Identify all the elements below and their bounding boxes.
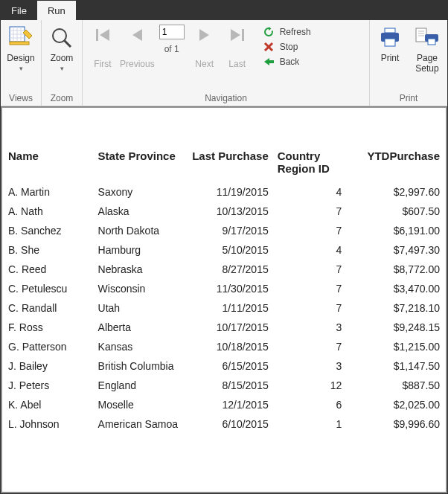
- table-row: F. RossAlberta10/17/20153$9,248.15: [4, 318, 444, 337]
- cell-last: 11/30/2015: [183, 279, 273, 298]
- stop-label: Stop: [280, 42, 298, 52]
- cell-state: British Columbia: [94, 356, 184, 376]
- svg-rect-20: [385, 28, 395, 33]
- cell-state: Moselle: [94, 395, 184, 414]
- table-row: G. PattersonKansas10/18/20157$1,215.00: [4, 337, 444, 356]
- cell-name: C. Reed: [4, 260, 94, 279]
- last-button[interactable]: Last: [222, 25, 253, 69]
- tab-strip: File Run: [1, 1, 447, 20]
- cell-state: Nebraska: [94, 260, 184, 279]
- cell-ytd: $9,996.60: [346, 414, 444, 434]
- svg-rect-23: [416, 28, 426, 42]
- cell-state: Alberta: [94, 318, 184, 337]
- col-header-region: Country Region ID: [273, 147, 347, 182]
- report-viewer: Name State Province Last Purchase Countr…: [1, 107, 447, 493]
- cell-last: 6/10/2015: [183, 414, 273, 434]
- tab-run[interactable]: Run: [37, 1, 76, 20]
- table-header-row: Name State Province Last Purchase Countr…: [4, 147, 444, 182]
- ribbon-group-print: Print Page Setup Print: [370, 20, 447, 106]
- cell-last: 10/18/2015: [183, 337, 273, 356]
- cell-state: North Dakota: [94, 221, 184, 240]
- refresh-icon: [262, 26, 275, 38]
- svg-rect-28: [428, 39, 435, 45]
- ribbon-group-zoom: Zoom ▾ Zoom: [42, 20, 83, 106]
- zoom-label: Zoom: [51, 53, 74, 63]
- tab-file[interactable]: File: [1, 1, 37, 20]
- previous-button[interactable]: Previous: [120, 25, 155, 69]
- svg-marker-19: [264, 58, 274, 65]
- table-row: L. JohnsonAmerican Samoa6/10/20151$9,996…: [4, 414, 444, 434]
- back-button[interactable]: Back: [262, 56, 311, 68]
- next-button[interactable]: Next: [189, 25, 220, 69]
- cell-state: Alaska: [94, 202, 184, 221]
- back-label: Back: [280, 57, 300, 67]
- cell-name: C. Randall: [4, 298, 94, 318]
- svg-rect-22: [385, 39, 395, 46]
- cell-last: 10/13/2015: [183, 202, 273, 221]
- cell-ytd: $8,772.00: [346, 260, 444, 279]
- last-icon: [228, 25, 247, 45]
- svg-rect-11: [96, 29, 98, 41]
- design-label: Design: [7, 53, 34, 63]
- chevron-down-icon: ▾: [19, 65, 23, 72]
- cell-name: J. Bailey: [4, 356, 94, 376]
- col-header-state: State Province: [94, 147, 184, 182]
- cell-region: 3: [273, 356, 347, 376]
- table-row: A. MartinSaxony11/19/20154$2,997.60: [4, 182, 444, 202]
- col-header-last: Last Purchase: [183, 147, 273, 182]
- table-row: B. SheHamburg5/10/20154$7,497.30: [4, 240, 444, 260]
- page-current-input[interactable]: [159, 25, 185, 39]
- cell-state: Kansas: [94, 337, 184, 356]
- cell-name: J. Peters: [4, 376, 94, 395]
- ribbon-group-views: Design ▾ Views: [1, 20, 42, 106]
- col-header-name: Name: [4, 147, 94, 182]
- cell-last: 8/15/2015: [183, 376, 273, 395]
- cell-region: 7: [273, 337, 347, 356]
- table-row: J. BaileyBritish Columbia6/15/20153$1,14…: [4, 356, 444, 376]
- zoom-button[interactable]: Zoom ▾: [46, 23, 77, 72]
- first-button[interactable]: First: [87, 25, 118, 69]
- svg-rect-16: [242, 29, 244, 41]
- stop-button[interactable]: Stop: [262, 41, 311, 53]
- next-label: Next: [195, 59, 214, 69]
- cell-last: 1/11/2015: [183, 298, 273, 318]
- zoom-icon: [48, 25, 75, 51]
- cell-state: Saxony: [94, 182, 184, 202]
- first-icon: [93, 25, 112, 45]
- cell-ytd: $1,215.00: [346, 337, 444, 356]
- report-table: Name State Province Last Purchase Countr…: [4, 147, 444, 434]
- page-setup-button[interactable]: Page Setup: [412, 23, 443, 74]
- cell-region: 1: [273, 414, 347, 434]
- print-button[interactable]: Print: [374, 23, 406, 63]
- cell-ytd: $9,248.15: [346, 318, 444, 337]
- cell-region: 7: [273, 298, 347, 318]
- group-label-zoom: Zoom: [46, 92, 77, 106]
- cell-last: 10/17/2015: [183, 318, 273, 337]
- cell-state: American Samoa: [94, 414, 184, 434]
- cell-last: 8/27/2015: [183, 260, 273, 279]
- cell-ytd: $2,025.00: [346, 395, 444, 414]
- design-button[interactable]: Design ▾: [5, 23, 36, 72]
- last-label: Last: [228, 59, 246, 69]
- cell-region: 12: [273, 376, 347, 395]
- svg-marker-13: [132, 29, 142, 41]
- chevron-down-icon: ▾: [60, 65, 64, 72]
- cell-state: England: [94, 376, 184, 395]
- cell-region: 7: [273, 279, 347, 298]
- col-header-ytd: YTDPurchase: [346, 147, 444, 182]
- cell-last: 12/1/2015: [183, 395, 273, 414]
- table-row: J. PetersEngland8/15/201512$887.50: [4, 376, 444, 395]
- cell-region: 4: [273, 240, 347, 260]
- back-icon: [262, 56, 275, 68]
- cell-name: K. Abel: [4, 395, 94, 414]
- cell-region: 4: [273, 182, 347, 202]
- refresh-button[interactable]: Refresh: [262, 26, 311, 38]
- svg-rect-7: [10, 42, 29, 45]
- refresh-label: Refresh: [280, 27, 311, 37]
- cell-region: 6: [273, 395, 347, 414]
- cell-name: C. Petulescu: [4, 279, 94, 298]
- cell-ytd: $7,497.30: [346, 240, 444, 260]
- svg-marker-14: [199, 29, 209, 41]
- cell-last: 5/10/2015: [183, 240, 273, 260]
- svg-marker-15: [231, 29, 240, 41]
